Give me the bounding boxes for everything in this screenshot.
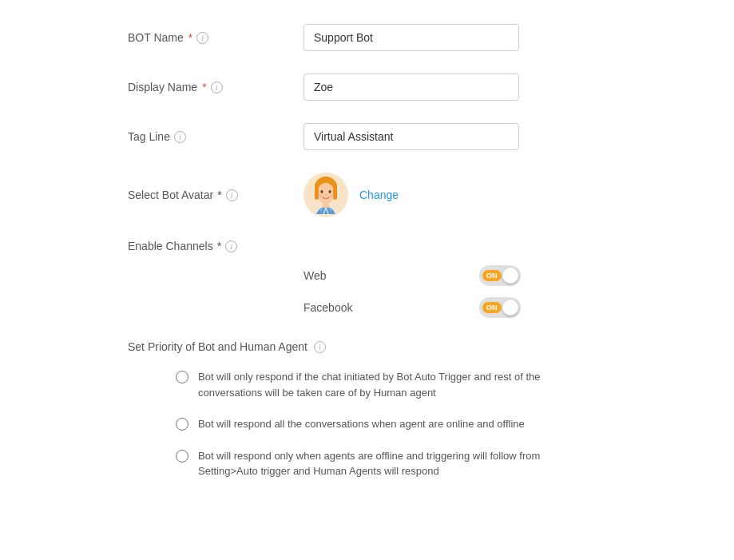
priority-header-text: Set Priority of Bot and Human Agent xyxy=(128,340,307,353)
avatar-row: Select Bot Avatar * i xyxy=(128,173,606,217)
facebook-toggle-circle xyxy=(502,300,518,316)
channels-section: Enable Channels * i Web ON Facebook ON xyxy=(128,240,606,318)
svg-point-11 xyxy=(320,209,323,211)
facebook-channel-toggle[interactable]: ON xyxy=(479,297,521,318)
svg-point-5 xyxy=(321,190,323,193)
avatar-svg xyxy=(304,173,348,217)
priority-radio-group: Bot will only respond if the chat initia… xyxy=(128,369,606,479)
tag-line-label: Tag Line i xyxy=(128,130,304,143)
facebook-channel-label: Facebook xyxy=(304,301,479,314)
svg-point-12 xyxy=(330,209,332,211)
channels-header: Enable Channels * i xyxy=(128,240,606,252)
avatar-content: Change xyxy=(304,173,399,217)
bot-name-input[interactable] xyxy=(304,24,519,51)
web-channel-label: Web xyxy=(304,269,479,282)
required-marker-display: * xyxy=(202,81,206,93)
web-channel-toggle-wrapper: ON xyxy=(479,265,521,286)
priority-option-3: Bot will respond only when agents are of… xyxy=(176,448,606,479)
svg-point-2 xyxy=(317,183,335,204)
required-marker: * xyxy=(188,31,192,44)
bot-name-row: BOT Name * i xyxy=(128,24,606,51)
tag-line-info-icon[interactable]: i xyxy=(174,131,186,143)
facebook-channel-toggle-wrapper: ON xyxy=(479,297,521,318)
required-marker-channels: * xyxy=(217,240,221,252)
channels-info-icon[interactable]: i xyxy=(225,240,237,252)
display-name-row: Display Name * i xyxy=(128,73,606,101)
priority-radio-3[interactable] xyxy=(176,450,188,463)
svg-point-8 xyxy=(317,194,322,197)
avatar-label: Select Bot Avatar * i xyxy=(128,189,304,201)
priority-radio-1[interactable] xyxy=(176,371,188,383)
priority-label-3: Bot will respond only when agents are of… xyxy=(198,448,581,479)
web-toggle-circle xyxy=(502,268,518,284)
bot-name-info-icon[interactable]: i xyxy=(196,32,208,44)
channels-header-label: Enable Channels * i xyxy=(128,240,304,252)
priority-section: Set Priority of Bot and Human Agent i Bo… xyxy=(128,340,606,479)
svg-point-7 xyxy=(325,194,327,196)
svg-rect-3 xyxy=(315,185,319,200)
priority-label-2: Bot will respond all the conversations w… xyxy=(198,416,525,432)
svg-rect-4 xyxy=(333,185,337,200)
tag-line-row: Tag Line i xyxy=(128,123,606,150)
priority-option-2: Bot will respond all the conversations w… xyxy=(176,416,606,432)
display-name-info-icon[interactable]: i xyxy=(211,81,223,93)
facebook-on-badge: ON xyxy=(482,302,502,313)
display-name-input[interactable] xyxy=(304,73,519,101)
priority-label-1: Bot will only respond if the chat initia… xyxy=(198,369,581,400)
facebook-channel-row: Facebook ON xyxy=(304,297,606,318)
form-container: BOT Name * i Display Name * i Tag Line i… xyxy=(0,0,734,526)
required-marker-avatar: * xyxy=(217,189,221,201)
priority-radio-2[interactable] xyxy=(176,418,188,431)
tag-line-input[interactable] xyxy=(304,123,519,150)
display-name-label: Display Name * i xyxy=(128,81,304,93)
change-avatar-link[interactable]: Change xyxy=(359,189,399,201)
svg-point-9 xyxy=(330,194,335,197)
web-channel-toggle[interactable]: ON xyxy=(479,265,521,286)
web-channel-row: Web ON xyxy=(304,265,606,286)
avatar-info-icon[interactable]: i xyxy=(226,189,238,201)
priority-info-icon[interactable]: i xyxy=(314,341,326,353)
avatar-image xyxy=(304,173,348,217)
bot-name-label: BOT Name * i xyxy=(128,31,304,44)
svg-point-6 xyxy=(329,190,331,193)
priority-header: Set Priority of Bot and Human Agent i xyxy=(128,340,606,353)
priority-option-1: Bot will only respond if the chat initia… xyxy=(176,369,606,400)
web-on-badge: ON xyxy=(482,270,502,281)
